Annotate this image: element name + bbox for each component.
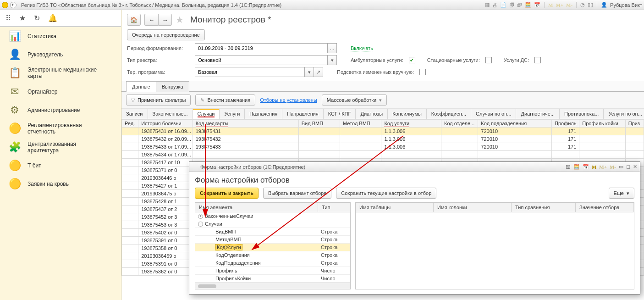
col-2[interactable]: Код медкарты bbox=[193, 120, 298, 128]
tree-item-0[interactable]: +ЗаконченныеСлучаи bbox=[195, 212, 350, 220]
favorite-toggle[interactable]: ★ bbox=[176, 14, 184, 25]
col-1[interactable]: История болезни bbox=[138, 120, 193, 128]
include-link[interactable]: Включать bbox=[351, 45, 373, 51]
type-field[interactable] bbox=[195, 56, 327, 65]
apply-filters-button[interactable]: ▽ Применить фильтры bbox=[126, 94, 191, 106]
category-tab-10[interactable]: Случаи по он... bbox=[471, 109, 516, 119]
dlg-scale-m-minus[interactable]: M- bbox=[610, 164, 616, 170]
category-tab-2[interactable]: Случаи bbox=[193, 109, 220, 119]
table-row[interactable]: 193875433 от 17.09...1938754331.1.3.0067… bbox=[122, 143, 644, 151]
col-9[interactable]: Профиль койки bbox=[579, 120, 625, 128]
filters-state-link[interactable]: Отборы не установлены bbox=[260, 97, 317, 103]
history-icon[interactable]: ↻ bbox=[34, 14, 40, 22]
choose-variant-button[interactable]: Выбрать вариант отбора bbox=[263, 188, 331, 199]
col-3[interactable]: Вид ВМП bbox=[298, 120, 340, 128]
category-tab-4[interactable]: Назначения bbox=[245, 109, 282, 119]
tree-item-8[interactable]: ПрофильКойкиЧисло bbox=[195, 275, 350, 283]
dlg-save-icon[interactable]: 🖫 bbox=[566, 164, 571, 170]
col-7[interactable]: Код подразделения bbox=[478, 120, 552, 128]
category-tab-5[interactable]: Направления bbox=[282, 109, 324, 119]
calendar-icon[interactable]: 📅 bbox=[534, 2, 540, 8]
col-6[interactable]: Код отделе... bbox=[441, 120, 478, 128]
category-tab-8[interactable]: Консилиумы bbox=[388, 109, 427, 119]
stac-checkbox[interactable] bbox=[485, 57, 492, 63]
tree-item-7[interactable]: ПрофильЧисло bbox=[195, 267, 350, 275]
main-tab-1[interactable]: Выгрузка bbox=[156, 81, 189, 92]
table-row[interactable]: 193875434 от 17.09... bbox=[122, 151, 644, 159]
sidebar-item-7[interactable]: 🟡 Т бит bbox=[0, 156, 121, 175]
period-picker-button[interactable]: … bbox=[327, 44, 336, 53]
sidebar-item-3[interactable]: ✉ Органайзер bbox=[0, 83, 121, 101]
tb-icon-5[interactable]: 🗊 bbox=[517, 2, 522, 8]
tree-hscroll[interactable] bbox=[195, 283, 350, 289]
tree-item-3[interactable]: МетодВМПСтрока bbox=[195, 236, 350, 244]
scale-m-minus[interactable]: M- bbox=[566, 2, 572, 8]
filters-list[interactable] bbox=[356, 212, 634, 289]
main-tab-0[interactable]: Данные bbox=[126, 81, 156, 92]
tb-icon-clock[interactable]: ◔ bbox=[580, 2, 585, 8]
prog-combo[interactable]: ▾ ↗ bbox=[195, 67, 323, 77]
category-tab-6[interactable]: КСГ / КПГ bbox=[324, 109, 356, 119]
category-tab-12[interactable]: Противопока... bbox=[560, 109, 604, 119]
dlg-cal-icon[interactable]: 📅 bbox=[583, 164, 589, 170]
ds-checkbox[interactable] bbox=[534, 57, 541, 63]
bell-icon[interactable]: 🔔 bbox=[48, 14, 57, 22]
prog-field[interactable] bbox=[195, 67, 304, 77]
sidebar-item-2[interactable]: 📋 Электронные медицинские карты bbox=[0, 64, 121, 83]
category-tab-11[interactable]: Диагностиче... bbox=[516, 109, 560, 119]
save-current-button[interactable]: Сохранить текущие настройки в отбор bbox=[336, 188, 436, 199]
tb-icon-3[interactable]: 📄 bbox=[500, 2, 506, 8]
home-button[interactable]: 🏠 bbox=[127, 14, 141, 26]
add-remarks-button[interactable]: ✎ Внести замечания bbox=[195, 94, 255, 106]
dlg-scale-m[interactable]: M bbox=[592, 164, 596, 170]
tree-item-2[interactable]: ВидВМПСтрока bbox=[195, 228, 350, 236]
col-8[interactable]: Профиль bbox=[552, 120, 579, 128]
tree-item-6[interactable]: КодПодразделенияСтрока bbox=[195, 259, 350, 267]
category-tab-1[interactable]: Законченные... bbox=[148, 109, 193, 119]
category-tab-0[interactable]: Записи bbox=[121, 109, 148, 119]
tb-icon-panels[interactable]: ▯▯ bbox=[588, 2, 593, 8]
more-button[interactable]: Еще ▾ bbox=[609, 188, 634, 199]
scale-m[interactable]: M bbox=[548, 2, 553, 8]
dlg-scale-m-plus[interactable]: M+ bbox=[599, 164, 607, 170]
scale-m-plus[interactable]: M+ bbox=[556, 2, 563, 8]
print-icon[interactable]: 🖨 bbox=[492, 2, 497, 8]
col-5[interactable]: Код услуги bbox=[381, 120, 441, 128]
tree-item-4[interactable]: КодУслугиСтрока bbox=[195, 244, 350, 251]
prog-dropdown-button[interactable]: ▾ bbox=[304, 67, 314, 77]
star-icon[interactable]: ★ bbox=[19, 14, 26, 22]
close-icon[interactable]: ✕ bbox=[633, 164, 637, 170]
tree-item-1[interactable]: −Случаи bbox=[195, 220, 350, 228]
tb-icon-1[interactable]: ▦ bbox=[485, 2, 490, 8]
sidebar-item-1[interactable]: 👤 Руководитель bbox=[0, 45, 121, 64]
period-input[interactable]: … bbox=[195, 43, 337, 53]
sidebar-item-8[interactable]: 🟡 Заявки на кровь bbox=[0, 175, 121, 193]
table-row[interactable]: 193875431 от 16.09...1938754311.1.3.0067… bbox=[122, 128, 644, 135]
dlg-calc-icon[interactable]: 🧮 bbox=[573, 164, 580, 170]
tb-icon-4[interactable]: 🗐 bbox=[509, 2, 514, 8]
sidebar-item-5[interactable]: 🟡 Регламентированная отчетность bbox=[0, 119, 121, 138]
period-field[interactable] bbox=[195, 44, 327, 53]
manual-checkbox[interactable] bbox=[419, 69, 426, 75]
tree-toggle[interactable]: + bbox=[198, 214, 203, 219]
col-4[interactable]: Метод ВМП bbox=[340, 120, 381, 128]
dlg-max-icon[interactable]: ◻ bbox=[626, 164, 630, 170]
prog-open-button[interactable]: ↗ bbox=[314, 67, 323, 77]
category-tab-3[interactable]: Услуги bbox=[220, 109, 245, 119]
tree-item-5[interactable]: КодОтделенияСтрока bbox=[195, 251, 350, 259]
sidebar-item-0[interactable]: 📊 Статистика bbox=[0, 27, 121, 45]
elements-tree[interactable]: +ЗаконченныеСлучаи−СлучаиВидВМПСтрокаМет… bbox=[195, 212, 350, 283]
calc-icon[interactable]: 🧮 bbox=[525, 2, 531, 8]
dlg-min-icon[interactable]: ▭ bbox=[619, 164, 623, 170]
app-menu-dropdown[interactable] bbox=[10, 2, 17, 8]
tree-toggle[interactable]: − bbox=[198, 222, 203, 227]
col-0[interactable]: Ред. bbox=[122, 120, 138, 128]
col-10[interactable]: Приз bbox=[625, 120, 644, 128]
mass-ops-button[interactable]: Массовые обработки ▾ bbox=[322, 94, 387, 106]
apps-icon[interactable]: ⠿ bbox=[6, 14, 11, 22]
category-tab-7[interactable]: Диагнозы bbox=[356, 109, 388, 119]
back-button[interactable]: ← bbox=[144, 14, 158, 26]
category-tab-9[interactable]: Коэффициен... bbox=[427, 109, 471, 119]
type-combo[interactable]: ▾ bbox=[195, 55, 337, 65]
forward-button[interactable]: → bbox=[158, 14, 172, 26]
